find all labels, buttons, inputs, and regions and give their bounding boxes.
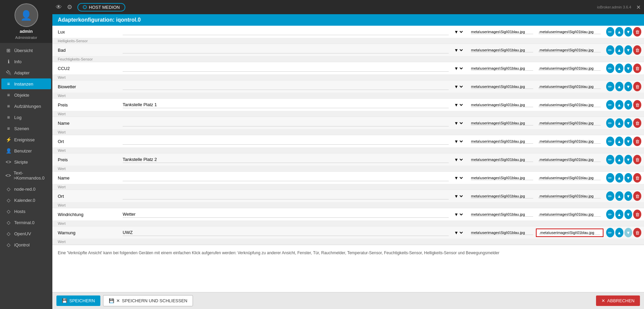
up-button-ccu2[interactable]: ▲ <box>615 64 623 73</box>
row-input-ccu2[interactable] <box>123 65 449 72</box>
sidebar-item-kalender[interactable]: ◇Kalender.0 <box>1 195 51 206</box>
row-select-lux[interactable]: ▼ <box>453 29 464 35</box>
up-button-bad[interactable]: ▲ <box>615 45 623 55</box>
delete-button-windrichtung[interactable]: 🗑 <box>633 210 641 219</box>
row-img1-ort1[interactable] <box>468 138 536 145</box>
row-dropdown-bad[interactable]: ▼ <box>451 46 468 54</box>
row-img1-input-biowetter[interactable] <box>471 85 533 89</box>
host-button[interactable]: HOST MEDION <box>77 3 125 11</box>
row-select-ort1[interactable]: ▼ <box>453 139 464 144</box>
row-img2-input-ccu2[interactable] <box>539 66 601 71</box>
sidebar-item-text-kommandos[interactable]: <>Text->Kommandos.0 <box>1 168 51 183</box>
sidebar-item-openuv[interactable]: ◇OpenUV <box>1 228 51 239</box>
row-img2-input-name2[interactable] <box>539 176 601 180</box>
delete-button-ccu2[interactable]: 🗑 <box>633 64 641 73</box>
down-button-ort2[interactable]: ▼ <box>624 191 633 201</box>
row-select-preis2[interactable]: ▼ <box>453 157 464 163</box>
gear-icon[interactable]: ⚙ <box>67 3 72 11</box>
edit-button-bad[interactable]: ✏ <box>606 45 614 55</box>
row-select-windrichtung[interactable]: ▼ <box>453 212 464 217</box>
row-img1-preis2[interactable] <box>468 156 536 163</box>
down-button-ccu2[interactable]: ▼ <box>624 64 633 73</box>
sidebar-item-adapter[interactable]: 🔌Adapter <box>1 67 51 78</box>
row-img2-name1[interactable] <box>536 120 603 127</box>
sidebar-item-iqontrol[interactable]: ◇iQontrol <box>1 239 51 250</box>
row-img1-windrichtung[interactable] <box>468 211 536 218</box>
row-img1-input-preis1[interactable] <box>471 103 533 107</box>
row-input-preis2[interactable] <box>123 156 449 163</box>
sidebar-item-instanzen[interactable]: ≡Instanzen <box>1 78 51 89</box>
row-select-name2[interactable]: ▼ <box>453 175 464 181</box>
row-img1-biowetter[interactable] <box>468 83 536 90</box>
row-img1-input-lux[interactable] <box>471 30 533 34</box>
row-img1-input-warnung[interactable] <box>471 231 533 235</box>
row-img1-ort2[interactable] <box>468 193 536 200</box>
row-dropdown-biowetter[interactable]: ▼ <box>451 82 468 91</box>
row-img2-input-ort1[interactable] <box>539 139 601 144</box>
row-value-warnung[interactable] <box>120 227 451 238</box>
delete-button-warnung[interactable]: 🗑 <box>633 228 641 237</box>
edit-button-ort1[interactable]: ✏ <box>606 137 614 146</box>
row-img2-preis1[interactable] <box>536 101 603 109</box>
sidebar-item-info[interactable]: ℹInfo <box>1 56 51 67</box>
edit-button-ort2[interactable]: ✏ <box>606 191 614 201</box>
row-img1-input-ccu2[interactable] <box>471 66 533 71</box>
row-dropdown-preis2[interactable]: ▼ <box>451 156 468 164</box>
down-button-biowetter[interactable]: ▼ <box>624 82 633 91</box>
sidebar-item-objekte[interactable]: ≡Objekte <box>1 90 51 100</box>
row-select-biowetter[interactable]: ▼ <box>453 84 464 90</box>
row-select-name1[interactable]: ▼ <box>453 120 464 126</box>
up-button-warnung[interactable]: ▲ <box>615 228 623 237</box>
sidebar-item-log[interactable]: ≡Log <box>1 112 51 123</box>
delete-button-preis1[interactable]: 🗑 <box>633 100 641 110</box>
row-img2-windrichtung[interactable] <box>536 211 603 218</box>
up-button-name2[interactable]: ▲ <box>615 173 623 183</box>
row-img1-input-name2[interactable] <box>471 176 533 180</box>
row-img1-ccu2[interactable] <box>468 65 536 72</box>
edit-button-warnung[interactable]: ✏ <box>606 228 614 237</box>
row-input-biowetter[interactable] <box>123 83 449 90</box>
edit-button-preis2[interactable]: ✏ <box>606 155 614 164</box>
row-select-ort2[interactable]: ▼ <box>453 193 464 199</box>
row-img2-biowetter[interactable] <box>536 83 603 90</box>
row-dropdown-windrichtung[interactable]: ▼ <box>451 210 468 219</box>
save-button[interactable]: 💾 SPEICHERN <box>56 295 100 306</box>
down-button-name1[interactable]: ▼ <box>624 118 633 128</box>
row-value-preis2[interactable] <box>120 154 451 165</box>
sidebar-item-szenen[interactable]: ≡Szenen <box>1 123 51 134</box>
up-button-ort2[interactable]: ▲ <box>615 191 623 201</box>
sidebar-item-uebersicht[interactable]: ⊞Übersicht <box>1 45 51 56</box>
row-img2-input-preis1[interactable] <box>539 103 601 107</box>
row-value-ort1[interactable] <box>120 136 451 147</box>
sidebar-item-skripte[interactable]: <>Skripte <box>1 157 51 167</box>
edit-button-lux[interactable]: ✏ <box>606 27 614 37</box>
delete-button-name1[interactable]: 🗑 <box>633 118 641 128</box>
row-dropdown-warnung[interactable]: ▼ <box>451 229 468 237</box>
row-input-ort2[interactable] <box>123 193 449 199</box>
row-img2-ort2[interactable] <box>536 193 603 200</box>
row-dropdown-ort1[interactable]: ▼ <box>451 137 468 146</box>
row-dropdown-preis1[interactable]: ▼ <box>451 101 468 109</box>
row-value-name2[interactable] <box>120 172 451 183</box>
down-button-preis2[interactable]: ▼ <box>624 155 633 164</box>
row-dropdown-lux[interactable]: ▼ <box>451 28 468 36</box>
up-button-windrichtung[interactable]: ▲ <box>615 210 623 219</box>
sidebar-item-aufzaehlungen[interactable]: ≡Aufzählungen <box>1 101 51 112</box>
row-img2-input-warnung[interactable] <box>539 231 600 235</box>
edit-button-name2[interactable]: ✏ <box>606 173 614 183</box>
row-value-bad[interactable] <box>120 45 451 55</box>
sidebar-item-hosts[interactable]: ◇Hosts <box>1 206 51 217</box>
down-button-ort1[interactable]: ▼ <box>624 137 633 146</box>
delete-button-bad[interactable]: 🗑 <box>633 45 641 55</box>
up-button-name1[interactable]: ▲ <box>615 118 623 128</box>
row-img1-input-bad[interactable] <box>471 48 533 52</box>
row-select-ccu2[interactable]: ▼ <box>453 66 464 71</box>
row-value-biowetter[interactable] <box>120 81 451 92</box>
down-button-bad[interactable]: ▼ <box>624 45 633 55</box>
delete-button-name2[interactable]: 🗑 <box>633 173 641 183</box>
row-img2-ccu2[interactable] <box>536 65 603 72</box>
cancel-button[interactable]: ✕ ABBRECHEN <box>596 295 640 306</box>
save-close-button[interactable]: 💾 ✕ SPEICHERN UND SCHLIESSEN <box>103 295 193 306</box>
row-dropdown-name1[interactable]: ▼ <box>451 119 468 127</box>
row-input-ort1[interactable] <box>123 138 449 145</box>
